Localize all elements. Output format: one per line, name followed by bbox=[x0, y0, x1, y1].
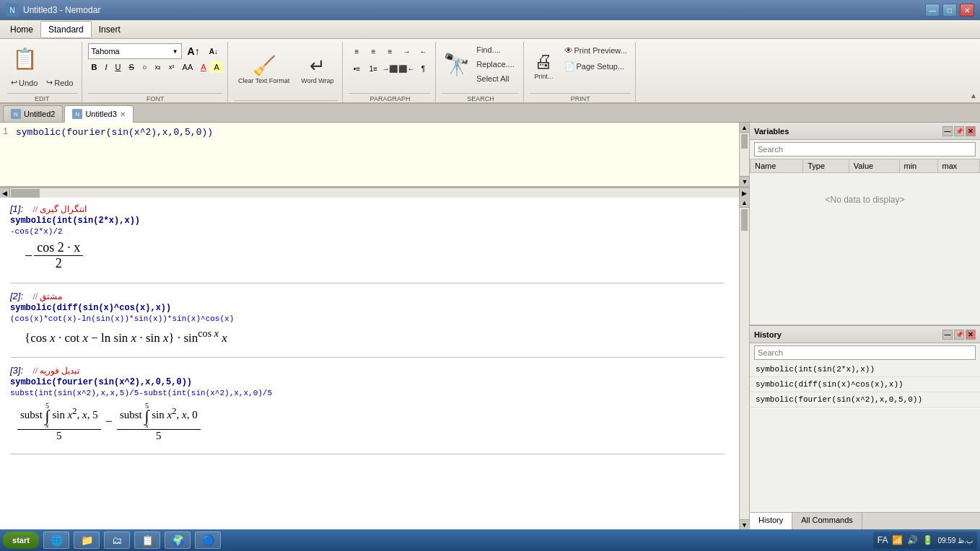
select-all-button[interactable]: Select All bbox=[473, 72, 518, 85]
variables-pin-btn[interactable]: 📌 bbox=[954, 126, 964, 136]
output-area[interactable]: [1]: // انتگرال گیری symbolic(int(sin(2*… bbox=[0, 198, 739, 529]
pilcrow-button[interactable]: ¶ bbox=[415, 61, 431, 76]
history-item-3[interactable]: symbolic(fourier(sin(x^2),x,0,5,0)) bbox=[750, 392, 980, 407]
title-bar: N Untitled3 - Nemodar — □ ✕ bbox=[0, 0, 980, 20]
ribbon-group-print: 🖨 Print... 👁 Print Preview... 📄 Page Set… bbox=[525, 42, 635, 102]
print-icon: 🖨 bbox=[534, 50, 553, 73]
ribbon-collapse-button[interactable]: ▲ bbox=[970, 92, 977, 100]
paragraph-group-label: PARAGRAPH bbox=[349, 93, 431, 102]
block-code-3: symbolic(fourier(sin(x^2),x,0,5,0)) bbox=[10, 377, 192, 387]
history-minimize-btn[interactable]: — bbox=[942, 330, 953, 340]
taskbar-app[interactable]: 🔵 bbox=[195, 532, 221, 549]
history-pin-btn[interactable]: 📌 bbox=[954, 330, 964, 340]
editor-hscrollbar[interactable]: ◀ ▶ bbox=[0, 188, 749, 198]
variables-header-btns: — 📌 ✕ bbox=[942, 126, 976, 136]
numbered-button[interactable]: 1≡ bbox=[365, 61, 381, 76]
page-setup-button[interactable]: 📄 Page Setup... bbox=[561, 59, 631, 74]
tab-icon-1: N bbox=[11, 109, 21, 119]
circle-button[interactable]: ○ bbox=[139, 61, 151, 73]
tab-all-commands[interactable]: All Commands bbox=[792, 513, 862, 529]
print-button[interactable]: 🖨 Print... bbox=[530, 43, 557, 87]
bullet-button[interactable]: •≡ bbox=[349, 61, 364, 76]
maximize-button[interactable]: □ bbox=[942, 4, 957, 17]
start-button[interactable]: start bbox=[3, 532, 39, 549]
taskbar-docs[interactable]: 📋 bbox=[134, 532, 160, 549]
out-scroll-down[interactable]: ▼ bbox=[740, 519, 749, 529]
tab-close-button[interactable]: ✕ bbox=[120, 110, 126, 118]
italic-button[interactable]: I bbox=[102, 61, 111, 73]
block-result-3: subst(int(sin(x^2),x,x,5)/5-subst(int(si… bbox=[10, 389, 272, 397]
redo-button[interactable]: ↪ Redo bbox=[43, 76, 76, 89]
superscript-button[interactable]: x² bbox=[165, 62, 178, 72]
replace-button[interactable]: Replace.... bbox=[473, 58, 518, 71]
history-item-2[interactable]: symbolic(diff(sin(x)^cos(x),x)) bbox=[750, 377, 980, 392]
output-scrollbar-v[interactable]: ▲ ▼ bbox=[739, 198, 749, 529]
tab-untitled2[interactable]: N Untitled2 bbox=[3, 105, 63, 122]
taskbar-explorer[interactable]: 📁 bbox=[74, 532, 100, 549]
close-button[interactable]: ✕ bbox=[960, 4, 974, 17]
strikethrough-button[interactable]: S bbox=[126, 61, 138, 73]
scroll-left-btn[interactable]: ◀ bbox=[0, 188, 10, 198]
clear-format-button[interactable]: 🧹 Clear Text Format bbox=[234, 50, 294, 93]
editor-pane: 1 symbolic(fourier(sin(x^2),x,0,5,0)) ▲ … bbox=[0, 123, 749, 529]
formula-3: subst 5 ∫ x sin x2, x, 5 5 − bbox=[17, 402, 725, 443]
font-selector[interactable]: Tahoma ▼ bbox=[88, 43, 182, 59]
variables-search-input[interactable] bbox=[754, 142, 976, 157]
ltr-button[interactable]: →⬛ bbox=[382, 61, 398, 76]
history-close-btn[interactable]: ✕ bbox=[966, 330, 976, 340]
scroll-down-btn[interactable]: ▼ bbox=[740, 176, 749, 186]
undo-button[interactable]: ↩ Undo bbox=[7, 76, 41, 89]
underline-button[interactable]: U bbox=[112, 61, 125, 73]
history-item-1[interactable]: symbolic(int(sin(2*x),x)) bbox=[750, 362, 980, 377]
tab-history[interactable]: History bbox=[750, 513, 792, 529]
scroll-up-btn[interactable]: ▲ bbox=[740, 123, 749, 133]
side-panel: Variables — 📌 ✕ Name Type Value bbox=[749, 123, 980, 529]
minimize-button[interactable]: — bbox=[925, 4, 940, 17]
subscript-button[interactable]: x₂ bbox=[152, 62, 165, 72]
out-scroll-thumb[interactable] bbox=[741, 209, 748, 231]
menu-home[interactable]: Home bbox=[3, 22, 40, 38]
menu-bar: Home Standard Insert bbox=[0, 20, 980, 39]
outdent-button[interactable]: ← bbox=[415, 43, 431, 59]
align-center-button[interactable]: ≡ bbox=[365, 43, 381, 59]
variables-search-area bbox=[750, 140, 980, 159]
ribbon-group-wrap: 🧹 Clear Text Format ↵ Word Wrap bbox=[229, 42, 344, 102]
font-shrink-button[interactable]: A↓ bbox=[206, 46, 222, 57]
variables-close-btn[interactable]: ✕ bbox=[966, 126, 976, 136]
align-left-button[interactable]: ≡ bbox=[349, 43, 364, 59]
col-name: Name bbox=[751, 159, 803, 173]
indent-button[interactable]: → bbox=[398, 43, 414, 59]
taskbar-files[interactable]: 🗂 bbox=[104, 532, 130, 549]
rtl-button[interactable]: ⬛← bbox=[398, 61, 414, 76]
find-button[interactable]: Find.... bbox=[473, 43, 518, 56]
menu-standard[interactable]: Standard bbox=[40, 21, 92, 38]
scroll-thumb[interactable] bbox=[741, 134, 748, 149]
font-color-button[interactable]: A bbox=[197, 61, 209, 73]
redo-icon: ↪ bbox=[46, 78, 53, 87]
bold-button[interactable]: B bbox=[88, 61, 101, 73]
title-left: N Untitled3 - Nemodar bbox=[6, 4, 100, 17]
editor-scrollbar-v[interactable]: ▲ ▼ bbox=[739, 123, 749, 186]
divider-1 bbox=[10, 283, 725, 283]
history-search-input[interactable] bbox=[754, 345, 976, 360]
menu-insert[interactable]: Insert bbox=[92, 22, 128, 38]
font-grow-button[interactable]: A↑ bbox=[184, 44, 204, 58]
taskbar-globe[interactable]: 🌍 bbox=[165, 532, 191, 549]
word-wrap-button[interactable]: ↵ Word Wrap bbox=[297, 50, 338, 93]
tab-untitled3[interactable]: N Untitled3 ✕ bbox=[64, 105, 133, 123]
aa-button[interactable]: AA bbox=[179, 61, 197, 73]
print-preview-button[interactable]: 👁 Print Preview... bbox=[561, 43, 631, 58]
scroll-right-btn[interactable]: ▶ bbox=[739, 188, 749, 198]
hscroll-thumb[interactable] bbox=[11, 189, 40, 198]
variables-data-table: Name Type Value min max <No data to disp… bbox=[750, 159, 980, 226]
variables-minimize-btn[interactable]: — bbox=[942, 126, 953, 136]
highlight-button[interactable]: A bbox=[211, 61, 223, 73]
align-right-button[interactable]: ≡ bbox=[382, 43, 398, 59]
scroll-track bbox=[740, 134, 749, 177]
paste-button[interactable]: 📋 bbox=[7, 43, 43, 74]
out-scroll-up[interactable]: ▲ bbox=[740, 198, 749, 208]
taskbar-ie[interactable]: 🌐 bbox=[43, 532, 69, 549]
block-comment-1: // انتگرال گیری bbox=[32, 204, 87, 214]
ribbon-group-paragraph: ≡ ≡ ≡ → ← •≡ 1≡ →⬛ ⬛← ¶ PARAGRAPH bbox=[344, 42, 436, 102]
code-input[interactable]: symbolic(fourier(sin(x^2),x,0,5,0)) bbox=[16, 127, 213, 138]
